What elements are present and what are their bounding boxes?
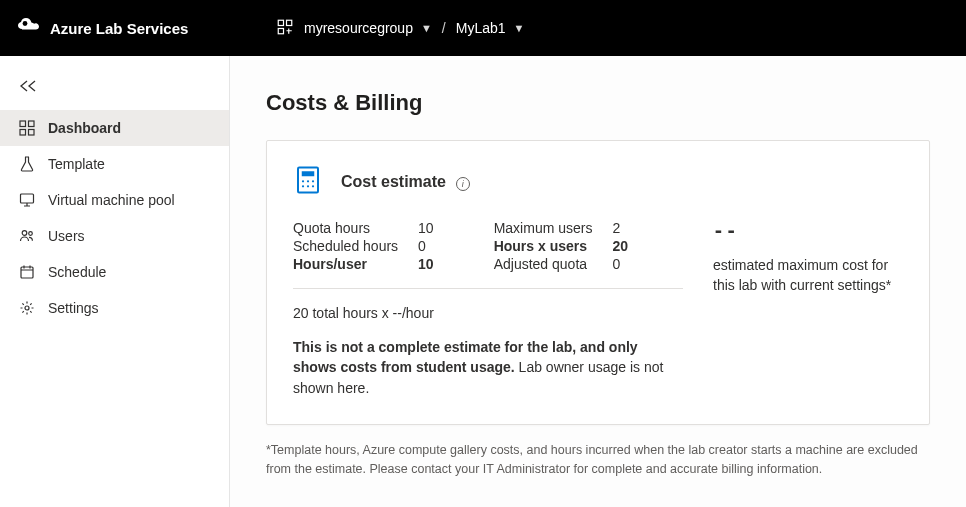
svg-point-15 (302, 180, 304, 182)
sidebar-item-settings[interactable]: Settings (0, 290, 229, 326)
svg-rect-6 (20, 130, 26, 136)
svg-point-18 (302, 185, 304, 187)
azure-logo-icon (16, 15, 40, 42)
svg-point-0 (23, 21, 28, 26)
chevron-down-icon: ▼ (514, 22, 525, 34)
metrics-column-left: Quota hours 10 Scheduled hours 0 Hours/u… (293, 220, 434, 272)
estimate-column: -- estimated maximum cost for this lab w… (713, 220, 903, 398)
gear-icon (18, 299, 36, 317)
footnote: *Template hours, Azure compute gallery c… (266, 441, 930, 479)
estimated-cost-label: estimated maximum cost for this lab with… (713, 255, 903, 296)
svg-rect-7 (29, 130, 35, 136)
divider (293, 288, 683, 289)
dashboard-icon (18, 119, 36, 137)
scope-icon (276, 18, 294, 39)
flask-icon (18, 155, 36, 173)
info-icon[interactable]: i (456, 177, 470, 191)
breadcrumb-lab[interactable]: MyLab1 ▼ (456, 20, 525, 36)
sidebar-item-label: Users (48, 228, 85, 244)
cost-estimate-card: Cost estimate i Quota hours 10 Scheduled… (266, 140, 930, 425)
svg-point-16 (307, 180, 309, 182)
collapse-sidebar-button[interactable] (18, 76, 42, 96)
breadcrumb: myresourcegroup ▼ / MyLab1 ▼ (276, 18, 524, 39)
summary-line: 20 total hours x --/hour (293, 305, 683, 321)
calculator-icon (293, 165, 323, 198)
main-content: Costs & Billing Cost est (230, 56, 966, 507)
svg-rect-11 (21, 267, 33, 278)
sidebar-item-dashboard[interactable]: Dashboard (0, 110, 229, 146)
sidebar: Dashboard Template Virtual machine pool (0, 56, 230, 507)
breadcrumb-resource-group[interactable]: myresourcegroup ▼ (304, 20, 432, 36)
card-title: Cost estimate (341, 173, 446, 190)
svg-rect-14 (302, 171, 315, 176)
svg-point-12 (25, 306, 29, 310)
svg-point-10 (29, 232, 33, 236)
calendar-icon (18, 263, 36, 281)
sidebar-item-label: Dashboard (48, 120, 121, 136)
sidebar-item-schedule[interactable]: Schedule (0, 254, 229, 290)
breadcrumb-separator: / (442, 20, 446, 36)
page-title: Costs & Billing (266, 90, 930, 116)
sidebar-item-users[interactable]: Users (0, 218, 229, 254)
monitor-icon (18, 191, 36, 209)
sidebar-item-vm-pool[interactable]: Virtual machine pool (0, 182, 229, 218)
disclaimer-text: This is not a complete estimate for the … (293, 337, 683, 398)
svg-rect-2 (287, 20, 292, 25)
sidebar-item-template[interactable]: Template (0, 146, 229, 182)
svg-rect-4 (20, 121, 26, 127)
chevron-down-icon: ▼ (421, 22, 432, 34)
top-bar: Azure Lab Services myresourcegroup ▼ / M… (0, 0, 966, 56)
svg-rect-5 (29, 121, 35, 127)
sidebar-item-label: Schedule (48, 264, 106, 280)
svg-point-20 (312, 185, 314, 187)
svg-point-9 (22, 231, 27, 236)
svg-rect-3 (278, 28, 283, 33)
svg-point-19 (307, 185, 309, 187)
svg-rect-1 (278, 20, 283, 25)
users-icon (18, 227, 36, 245)
sidebar-item-label: Settings (48, 300, 99, 316)
svg-point-17 (312, 180, 314, 182)
metrics-column-right: Maximum users 2 Hours x users 20 Adjuste… (494, 220, 628, 272)
brand[interactable]: Azure Lab Services (16, 15, 276, 42)
sidebar-item-label: Virtual machine pool (48, 192, 175, 208)
brand-label: Azure Lab Services (50, 20, 188, 37)
estimated-cost-value: -- (713, 220, 903, 241)
svg-rect-8 (21, 194, 34, 203)
sidebar-item-label: Template (48, 156, 105, 172)
